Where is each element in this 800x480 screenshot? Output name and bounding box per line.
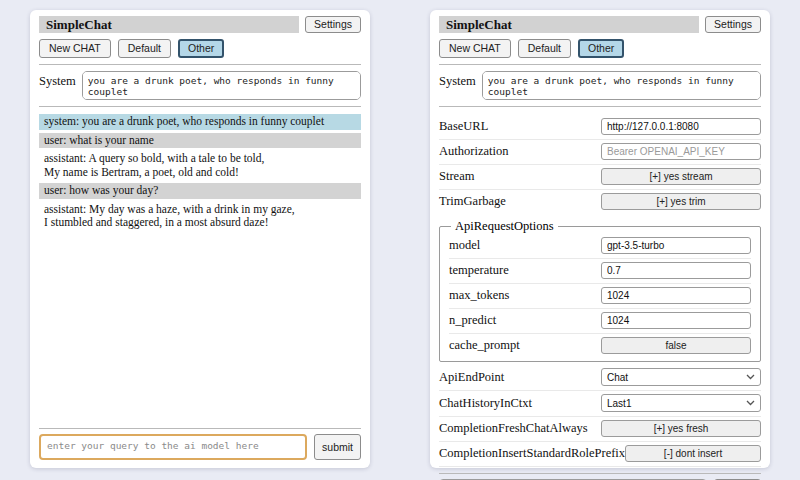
setting-row-stream: Stream [+] yes stream xyxy=(439,165,761,190)
completioninsertstandardroleprefix-label: CompletionInsertStandardRolePrefix xyxy=(439,446,625,461)
query-footer: submit xyxy=(439,467,761,480)
settings-panel: SimpleChat Settings New CHAT Default Oth… xyxy=(430,10,770,468)
system-prompt-label: System xyxy=(39,71,76,89)
setting-row-authorization: Authorization xyxy=(439,140,761,165)
model-label: model xyxy=(449,238,480,253)
divider xyxy=(439,64,761,65)
session-button-other[interactable]: Other xyxy=(178,39,224,58)
session-button-default[interactable]: Default xyxy=(518,39,571,58)
chathistoryinctxt-select[interactable]: Last1 xyxy=(601,394,761,412)
session-button-default[interactable]: Default xyxy=(118,39,171,58)
divider xyxy=(39,106,361,107)
divider xyxy=(39,428,361,429)
settings-button[interactable]: Settings xyxy=(705,16,761,33)
query-input[interactable] xyxy=(39,434,307,460)
temperature-label: temperature xyxy=(449,263,509,278)
query-footer: submit xyxy=(39,422,361,460)
chat-message-list: system: you are a drunk poet, who respon… xyxy=(39,114,361,234)
chathistoryinctxt-selected-value: Last1 xyxy=(607,398,631,409)
apiendpoint-select[interactable]: Chat xyxy=(601,368,761,386)
setting-row-model: model xyxy=(449,234,751,259)
chat-message-user: user: what is your name xyxy=(39,133,361,149)
session-toolbar: New CHAT Default Other xyxy=(439,39,761,58)
n-predict-input[interactable] xyxy=(601,312,751,329)
setting-row-completioninsertstandardroleprefix: CompletionInsertStandardRolePrefix [-] d… xyxy=(439,442,761,467)
api-request-options-fieldset: ApiRequestOptions model temperature max_… xyxy=(439,219,761,362)
chat-message-user: user: how was your day? xyxy=(39,183,361,199)
setting-row-n-predict: n_predict xyxy=(449,309,751,334)
max-tokens-label: max_tokens xyxy=(449,288,509,303)
setting-row-apiendpoint: ApiEndPoint Chat xyxy=(439,365,761,391)
authorization-input[interactable] xyxy=(601,143,761,160)
session-toolbar: New CHAT Default Other xyxy=(39,39,361,58)
model-input[interactable] xyxy=(601,237,751,254)
chat-message-system: system: you are a drunk poet, who respon… xyxy=(39,114,361,130)
setting-row-chathistoryinctxt: ChatHistoryInCtxt Last1 xyxy=(439,391,761,417)
trimgarbage-label: TrimGarbage xyxy=(439,194,506,209)
submit-button[interactable]: submit xyxy=(314,434,361,460)
settings-button[interactable]: Settings xyxy=(305,16,361,33)
system-prompt-input[interactable]: you are a drunk poet, who responds in fu… xyxy=(82,71,361,100)
cache-prompt-label: cache_prompt xyxy=(449,338,520,353)
completionfreshchatalways-label: CompletionFreshChatAlways xyxy=(439,421,588,436)
system-prompt-row: System you are a drunk poet, who respond… xyxy=(439,71,761,100)
chat-panel: SimpleChat Settings New CHAT Default Oth… xyxy=(30,10,370,468)
system-prompt-input[interactable]: you are a drunk poet, who responds in fu… xyxy=(482,71,761,100)
app-title: SimpleChat xyxy=(439,16,699,33)
settings-form: BaseURL Authorization Stream [+] yes str… xyxy=(439,115,761,467)
setting-row-trimgarbage: TrimGarbage [+] yes trim xyxy=(439,190,761,214)
new-chat-button[interactable]: New CHAT xyxy=(39,39,111,58)
baseurl-label: BaseURL xyxy=(439,119,488,134)
setting-row-max-tokens: max_tokens xyxy=(449,284,751,309)
stream-toggle-button[interactable]: [+] yes stream xyxy=(601,168,761,185)
system-prompt-label: System xyxy=(439,71,476,89)
max-tokens-input[interactable] xyxy=(601,287,751,304)
setting-row-completionfreshchatalways: CompletionFreshChatAlways [+] yes fresh xyxy=(439,417,761,442)
api-request-options-legend: ApiRequestOptions xyxy=(451,219,558,234)
divider xyxy=(439,106,761,107)
trimgarbage-toggle-button[interactable]: [+] yes trim xyxy=(601,193,761,210)
baseurl-input[interactable] xyxy=(601,118,761,135)
setting-row-cache-prompt: cache_prompt false xyxy=(449,334,751,358)
apiendpoint-label: ApiEndPoint xyxy=(439,370,504,385)
completioninsertstandardroleprefix-toggle-button[interactable]: [-] dont insert xyxy=(625,445,761,462)
divider xyxy=(439,473,761,474)
session-button-other[interactable]: Other xyxy=(578,39,624,58)
chevron-down-icon xyxy=(746,374,755,380)
temperature-input[interactable] xyxy=(601,262,751,279)
chat-message-assistant: assistant: A query so bold, with a tale … xyxy=(39,151,361,180)
cache-prompt-toggle-button[interactable]: false xyxy=(601,337,751,354)
chevron-down-icon xyxy=(746,400,755,406)
setting-row-baseurl: BaseURL xyxy=(439,115,761,140)
stream-label: Stream xyxy=(439,169,474,184)
setting-row-temperature: temperature xyxy=(449,259,751,284)
header: SimpleChat Settings xyxy=(39,16,361,33)
authorization-label: Authorization xyxy=(439,144,508,159)
header: SimpleChat Settings xyxy=(439,16,761,33)
new-chat-button[interactable]: New CHAT xyxy=(439,39,511,58)
n-predict-label: n_predict xyxy=(449,313,496,328)
apiendpoint-selected-value: Chat xyxy=(607,372,628,383)
divider xyxy=(39,64,361,65)
chathistoryinctxt-label: ChatHistoryInCtxt xyxy=(439,396,532,411)
chat-message-assistant: assistant: My day was a haze, with a dri… xyxy=(39,202,361,231)
app-title: SimpleChat xyxy=(39,16,299,33)
system-prompt-row: System you are a drunk poet, who respond… xyxy=(39,71,361,100)
completionfreshchatalways-toggle-button[interactable]: [+] yes fresh xyxy=(601,420,761,437)
